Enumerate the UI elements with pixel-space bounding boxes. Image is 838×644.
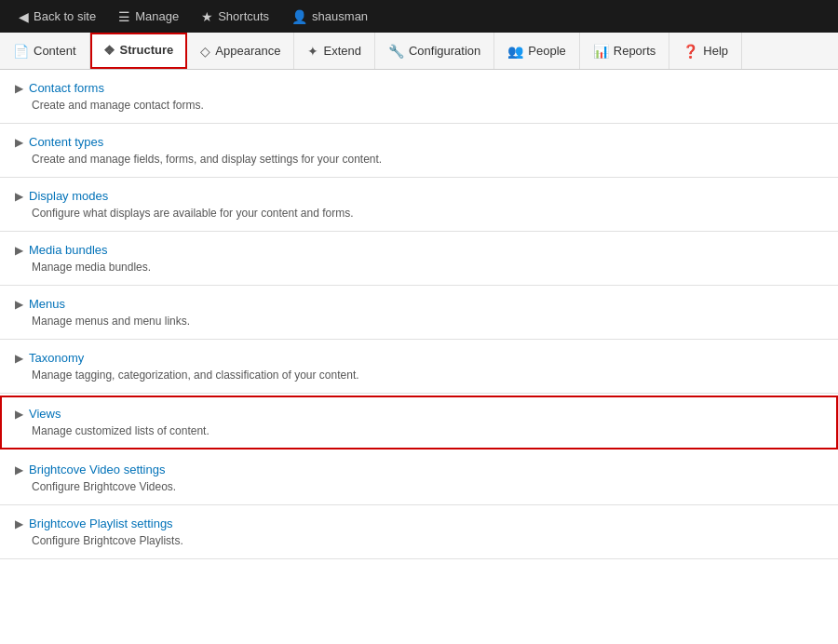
main-nav: 📄 Content ❖ Structure ◇ Appearance ✦ Ext…: [0, 33, 838, 70]
reports-icon: 📊: [593, 44, 609, 59]
section-link-contact-forms[interactable]: Contact forms: [29, 81, 104, 95]
expand-arrow-icon[interactable]: ▶: [15, 408, 23, 421]
admin-toolbar: ◀ Back to site ☰ Manage ★ Shortcuts 👤 sh…: [0, 0, 838, 33]
section-item-content-types: ▶Content typesCreate and manage fields, …: [0, 124, 838, 178]
manage-button[interactable]: ☰ Manage: [107, 0, 190, 33]
section-desc-contact-forms: Create and manage contact forms.: [32, 99, 823, 112]
section-desc-display-modes: Configure what displays are available fo…: [32, 207, 823, 220]
section-title-taxonomy: ▶Taxonomy: [15, 351, 823, 365]
expand-arrow-icon[interactable]: ▶: [15, 352, 23, 365]
nav-item-reports[interactable]: 📊 Reports: [580, 33, 670, 69]
extend-icon: ✦: [307, 44, 318, 59]
section-desc-menus: Manage menus and menu links.: [32, 315, 823, 328]
section-item-brightcove-playlist: ▶Brightcove Playlist settingsConfigure B…: [0, 505, 838, 559]
appearance-icon: ◇: [200, 44, 210, 59]
section-desc-brightcove-video: Configure Brightcove Videos.: [32, 480, 823, 493]
section-title-menus: ▶Menus: [15, 297, 823, 311]
nav-item-people[interactable]: 👥 People: [494, 33, 579, 69]
content-icon: 📄: [13, 44, 29, 59]
nav-item-appearance[interactable]: ◇ Appearance: [187, 33, 294, 69]
user-icon: 👤: [291, 9, 307, 24]
section-link-media-bundles[interactable]: Media bundles: [29, 243, 108, 257]
section-link-taxonomy[interactable]: Taxonomy: [29, 351, 84, 365]
section-item-taxonomy: ▶TaxonomyManage tagging, categorization,…: [0, 340, 838, 394]
expand-arrow-icon[interactable]: ▶: [15, 136, 23, 149]
structure-icon: ❖: [103, 43, 115, 58]
help-icon: ❓: [683, 44, 698, 59]
people-icon: 👥: [507, 44, 523, 59]
section-item-views: ▶ViewsManage customized lists of content…: [0, 396, 838, 449]
menu-icon: ☰: [118, 9, 130, 24]
expand-arrow-icon[interactable]: ▶: [15, 82, 23, 95]
section-title-views: ▶Views: [15, 407, 823, 421]
expand-arrow-icon[interactable]: ▶: [15, 190, 23, 203]
nav-item-content[interactable]: 📄 Content: [0, 33, 90, 69]
nav-item-extend[interactable]: ✦ Extend: [294, 33, 374, 69]
section-link-brightcove-video[interactable]: Brightcove Video settings: [29, 463, 165, 476]
section-desc-content-types: Create and manage fields, forms, and dis…: [32, 153, 823, 166]
section-link-content-types[interactable]: Content types: [29, 135, 103, 149]
star-icon: ★: [201, 9, 213, 24]
shortcuts-button[interactable]: ★ Shortcuts: [190, 0, 280, 33]
section-desc-views: Manage customized lists of content.: [32, 424, 823, 437]
expand-arrow-icon[interactable]: ▶: [15, 517, 23, 530]
expand-arrow-icon[interactable]: ▶: [15, 298, 23, 311]
nav-item-structure[interactable]: ❖ Structure: [90, 33, 188, 69]
back-arrow-icon: ◀: [19, 9, 29, 24]
nav-item-help[interactable]: ❓ Help: [669, 33, 742, 69]
section-title-brightcove-video: ▶Brightcove Video settings: [15, 463, 823, 476]
section-item-contact-forms: ▶Contact formsCreate and manage contact …: [0, 70, 838, 124]
expand-arrow-icon[interactable]: ▶: [15, 244, 23, 257]
section-desc-taxonomy: Manage tagging, categorization, and clas…: [32, 369, 823, 382]
section-item-display-modes: ▶Display modesConfigure what displays ar…: [0, 178, 838, 232]
section-desc-brightcove-playlist: Configure Brightcove Playlists.: [32, 534, 823, 547]
section-link-views[interactable]: Views: [29, 407, 61, 421]
section-link-brightcove-playlist[interactable]: Brightcove Playlist settings: [29, 517, 173, 530]
section-link-menus[interactable]: Menus: [29, 297, 65, 311]
nav-item-configuration[interactable]: 🔧 Configuration: [375, 33, 494, 69]
section-desc-media-bundles: Manage media bundles.: [32, 261, 823, 274]
section-title-media-bundles: ▶Media bundles: [15, 243, 823, 257]
section-item-menus: ▶MenusManage menus and menu links.: [0, 286, 838, 340]
section-item-media-bundles: ▶Media bundlesManage media bundles.: [0, 232, 838, 286]
page-content: ▶Contact formsCreate and manage contact …: [0, 70, 838, 559]
configuration-icon: 🔧: [388, 44, 404, 59]
section-title-content-types: ▶Content types: [15, 135, 823, 149]
section-title-contact-forms: ▶Contact forms: [15, 81, 823, 95]
section-title-brightcove-playlist: ▶Brightcove Playlist settings: [15, 517, 823, 530]
user-button[interactable]: 👤 shausman: [280, 0, 379, 33]
expand-arrow-icon[interactable]: ▶: [15, 463, 23, 476]
section-link-display-modes[interactable]: Display modes: [29, 189, 108, 203]
section-item-brightcove-video: ▶Brightcove Video settingsConfigure Brig…: [0, 451, 838, 505]
back-to-site-button[interactable]: ◀ Back to site: [7, 0, 107, 33]
section-title-display-modes: ▶Display modes: [15, 189, 823, 203]
